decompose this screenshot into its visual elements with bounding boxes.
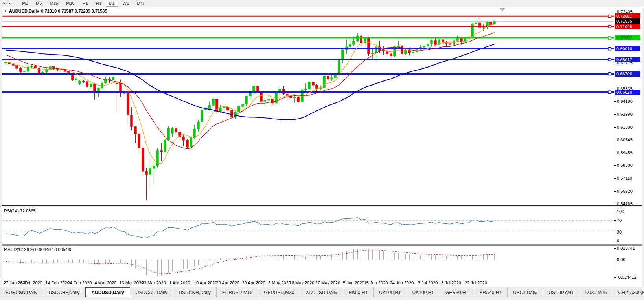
candle — [234, 111, 237, 118]
tab-EURUSD-M15[interactable]: EURUSD,M15 — [217, 287, 258, 297]
candle — [5, 61, 7, 65]
price-tick — [614, 191, 616, 192]
line-handle-0.70007[interactable] — [608, 37, 611, 39]
candle — [301, 89, 304, 102]
timeframe-button-H1[interactable]: H1 — [79, 0, 91, 7]
rsi-tick-label: 70 — [617, 218, 622, 223]
rsi-canvas[interactable] — [2, 207, 614, 244]
rsi-line — [6, 218, 495, 238]
tab-USDCAD-Daily[interactable]: USDCAD,Daily — [130, 287, 173, 297]
price-line-label-0.66706[interactable]: 0.66706 — [615, 71, 640, 77]
candle — [431, 40, 433, 47]
trading-platform-window: ▾ M1M5M15M30H1H4D1W1MN ▼ AUDUSD,Daily 0.… — [0, 0, 644, 300]
tab-HK50-H1[interactable]: HK50,H1 — [343, 287, 374, 297]
date-tick-label: 20 Apr 2020 — [216, 280, 239, 285]
line-handle-0.72001[interactable] — [608, 15, 611, 18]
macd-tick — [614, 260, 616, 260]
price-line-label-0.69010[interactable]: 0.69010 — [615, 46, 640, 51]
tab-XAUUSD-Daily[interactable]: XAUUSD,Daily — [300, 287, 343, 297]
date-tick-label: 1 Apr 2020 — [169, 280, 190, 285]
candle — [405, 49, 407, 55]
ma-medium-line[interactable] — [6, 32, 495, 149]
candle — [23, 70, 26, 73]
macd-tick — [614, 248, 616, 249]
macd-axis: 0.0157410.00-0.024412 — [614, 246, 642, 279]
chart-shift-marker-icon[interactable] — [500, 8, 505, 11]
date-tick-label: 15 Jun 2020 — [364, 280, 388, 285]
collapse-chart-icon[interactable]: ▼ — [4, 9, 7, 13]
rsi-tick-label: 30 — [617, 230, 622, 235]
date-tick-label: 24 Jun 2020 — [390, 280, 414, 285]
candle — [264, 97, 266, 106]
price-axis[interactable]: 0.724050.677150.653350.641800.629900.618… — [614, 7, 642, 205]
line-handle-0.68017[interactable] — [608, 58, 611, 61]
price-line-label-0.71046[interactable]: 0.71046 — [615, 24, 640, 29]
candle — [297, 96, 300, 103]
tab-EURUSD-Daily[interactable]: EURUSD,Daily — [0, 287, 43, 297]
price-line-label-0.68017[interactable]: 0.68017 — [615, 57, 640, 62]
timeframe-button-D1[interactable]: D1 — [106, 0, 118, 7]
rsi-tick-label: 0 — [617, 238, 619, 243]
tab-USOil-Daily[interactable]: USOil,Daily — [508, 287, 543, 297]
candle — [8, 62, 11, 65]
candle — [383, 46, 385, 55]
candle — [46, 68, 48, 73]
chart-ohlc-values: 0.71310 0.71587 0.71289 0.71535 — [41, 9, 107, 13]
timeframe-button-H4[interactable]: H4 — [92, 0, 105, 7]
tab-CHINA300-H4[interactable]: CHINA300,H4 — [613, 287, 644, 297]
tab-USDCHF-Daily[interactable]: USDCHF,Daily — [43, 287, 86, 297]
tab-USDCNH-Daily[interactable]: USDCNH,Daily — [173, 287, 216, 297]
chart-title: ▼ AUDUSD,Daily 0.71310 0.71587 0.71289 0… — [4, 9, 107, 13]
candle — [412, 50, 414, 56]
candle — [86, 81, 88, 88]
tab-AUDUSD-Daily[interactable]: AUDUSD,Daily — [85, 287, 130, 297]
timeframe-button-M1[interactable]: M1 — [18, 0, 31, 7]
macd-indicator-label: MACD(12,26,9) 0.006407 0.005465 — [4, 247, 72, 252]
candle — [331, 75, 333, 81]
timeframe-toolbar: ▾ M1M5M15M30H1H4D1W1MN — [0, 0, 644, 7]
timeframe-button-W1[interactable]: W1 — [119, 0, 133, 7]
tab-GBPUSD-M30[interactable]: GBPUSD,M30 — [258, 287, 300, 297]
candle — [279, 86, 281, 95]
line-handle-0.66706[interactable] — [608, 73, 611, 75]
tab-USDJPY-H1[interactable]: USDJPY,H1 — [543, 287, 580, 297]
candle — [138, 132, 140, 152]
tab-UK100-H1[interactable]: UK100,H1 — [374, 287, 407, 297]
date-tick-label: 27 May 2020 — [315, 280, 340, 285]
tab-UK100-H1[interactable]: UK100,H1 — [407, 287, 440, 297]
macd-canvas[interactable] — [2, 246, 614, 279]
candle — [190, 137, 192, 149]
toolbar-grip-handle[interactable] — [14, 1, 16, 6]
drawing-tool-button[interactable]: ▾ — [0, 1, 12, 6]
chevron-down-icon[interactable]: ▾ — [9, 2, 10, 5]
line-handle-0.69010[interactable] — [608, 48, 611, 50]
line-handle-0.65020[interactable] — [608, 91, 611, 93]
price-line-label-0.70007[interactable]: 0.70007 — [615, 35, 640, 40]
candle — [268, 96, 270, 103]
date-tick-label: 13 Jul 2020 — [439, 280, 461, 285]
date-tick-label: 8 May 2020 — [268, 280, 291, 285]
main-chart-canvas[interactable] — [2, 7, 614, 205]
candle — [327, 75, 329, 81]
timeframe-button-M30[interactable]: M30 — [63, 0, 78, 7]
timeframe-button-M15[interactable]: M15 — [46, 0, 62, 7]
tab-GER30-H1[interactable]: GER30,H1 — [440, 287, 474, 297]
candle — [290, 93, 292, 101]
candle — [167, 126, 170, 141]
main-chart-panel: ▼ AUDUSD,Daily 0.71310 0.71587 0.71289 0… — [2, 7, 642, 206]
timeframe-button-MN[interactable]: MN — [133, 0, 147, 7]
tab-FRA40-H1[interactable]: FRA40,H1 — [474, 287, 508, 297]
line-handle-0.71046[interactable] — [608, 25, 611, 28]
date-tick-label: 10 Apr 2020 — [194, 280, 217, 285]
price-line-label-0.65020[interactable]: 0.65020 — [615, 90, 640, 95]
candle — [175, 125, 177, 134]
rsi-indicator-label: RSI(14) 72.0365 — [4, 209, 36, 213]
price-line-label-0.72001[interactable]: 0.72001 — [615, 13, 640, 19]
candle — [360, 34, 362, 47]
date-axis[interactable]: 27 Jan 20205 Feb 202014 Feb 202024 Feb 2… — [2, 279, 642, 287]
candle — [186, 139, 189, 149]
candle — [112, 75, 114, 81]
timeframe-button-M5[interactable]: M5 — [32, 0, 45, 7]
tab-DJ30-M15[interactable]: DJ30,M15 — [580, 287, 613, 297]
price-tick — [614, 127, 616, 128]
